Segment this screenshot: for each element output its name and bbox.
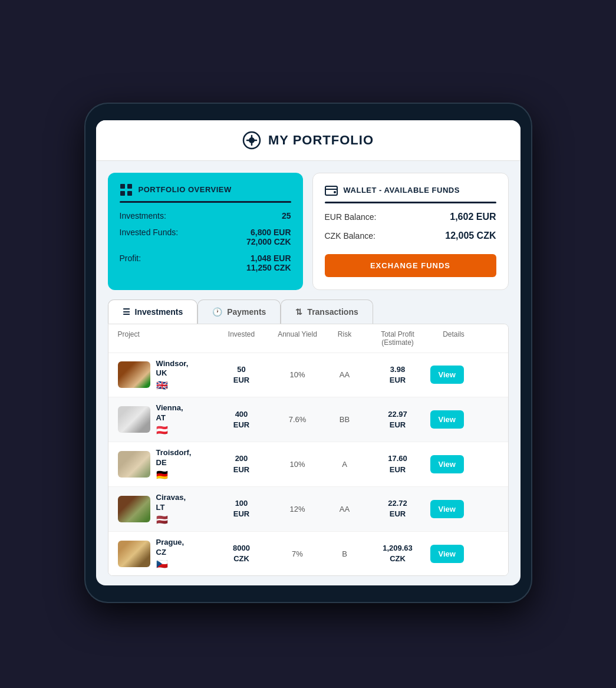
project-cell-vienna: Vienna,AT 🇦🇹 bbox=[118, 403, 212, 436]
risk-troisdorf: A bbox=[324, 460, 365, 469]
view-button-vienna[interactable]: View bbox=[430, 410, 464, 429]
invested-troisdorf: 200EUR bbox=[212, 453, 271, 475]
wallet-card-title: WALLET - AVAILABLE FUNDS bbox=[344, 186, 460, 195]
view-button-ciravas[interactable]: View bbox=[430, 500, 464, 518]
project-image-troisdorf bbox=[118, 451, 150, 478]
investments-tab-icon: ☰ bbox=[123, 307, 130, 317]
project-info-vienna: Vienna,AT 🇦🇹 bbox=[156, 403, 183, 436]
svg-rect-6 bbox=[325, 186, 337, 195]
svg-rect-3 bbox=[127, 184, 132, 189]
exchange-funds-button[interactable]: EXCHANGE FUNDS bbox=[325, 254, 496, 277]
yield-vienna: 7.6% bbox=[271, 415, 324, 424]
logo-icon bbox=[242, 131, 261, 150]
tabs-row: ☰ Investments 🕐 Payments ⇅ Transactions bbox=[96, 299, 521, 324]
tab-transactions[interactable]: ⇅ Transactions bbox=[281, 299, 373, 324]
portfolio-card-title: PORTFOLIO OVERVIEW bbox=[139, 185, 232, 194]
invested-funds-label: Invested Funds: bbox=[120, 228, 179, 246]
details-ciravas: View bbox=[430, 500, 477, 518]
profit-row: Profit: 1,048 EUR 11,250 CZK bbox=[120, 254, 291, 272]
risk-vienna: BB bbox=[324, 415, 365, 424]
details-troisdorf: View bbox=[430, 455, 477, 473]
view-button-troisdorf[interactable]: View bbox=[430, 455, 464, 473]
details-vienna: View bbox=[430, 410, 477, 429]
details-prague: View bbox=[430, 545, 477, 563]
risk-prague: B bbox=[324, 549, 365, 558]
portfolio-divider bbox=[120, 201, 291, 203]
transactions-tab-icon: ⇅ bbox=[295, 307, 302, 317]
profit-windsor: 3.98EUR bbox=[365, 364, 430, 386]
invested-prague: 8000CZK bbox=[212, 543, 271, 564]
project-cell-troisdorf: Troisdorf,DE 🇩🇪 bbox=[118, 448, 212, 480]
risk-ciravas: AA bbox=[324, 505, 365, 513]
project-image-ciravas bbox=[118, 496, 150, 522]
view-button-windsor[interactable]: View bbox=[430, 366, 464, 384]
invested-windsor: 50EUR bbox=[212, 364, 271, 386]
investments-value: 25 bbox=[282, 211, 291, 220]
table-row: Windsor,UK 🇬🇧 50EUR 10% AA 3.98EUR View bbox=[108, 353, 508, 398]
invested-ciravas: 100EUR bbox=[212, 498, 271, 519]
table-row: Prague,CZ 🇨🇿 8000CZK 7% B 1,209.63CZK Vi… bbox=[108, 532, 508, 576]
eur-balance-label: EUR Balance: bbox=[325, 212, 377, 222]
project-image-windsor bbox=[118, 361, 150, 388]
table-header: Project Invested Annual Yield Risk Total… bbox=[108, 324, 508, 353]
project-cell-prague: Prague,CZ 🇨🇿 bbox=[118, 538, 212, 570]
wallet-divider bbox=[325, 202, 496, 203]
invested-funds-value: 6,800 EUR 72,000 CZK bbox=[246, 228, 291, 246]
tablet-wrapper: MY PORTFOLIO PORTFOLIO OVERVIEW bbox=[84, 103, 532, 604]
eur-balance-value: 1,602 EUR bbox=[450, 212, 496, 222]
invested-vienna: 400EUR bbox=[212, 409, 271, 430]
page-title: MY PORTFOLIO bbox=[268, 133, 374, 148]
tablet-screen: MY PORTFOLIO PORTFOLIO OVERVIEW bbox=[96, 120, 521, 586]
yield-prague: 7% bbox=[271, 549, 324, 558]
svg-rect-5 bbox=[127, 191, 132, 196]
wallet-icon bbox=[325, 184, 338, 197]
risk-windsor: AA bbox=[324, 370, 365, 379]
svg-rect-4 bbox=[120, 191, 125, 196]
profit-value: 1,048 EUR 11,250 CZK bbox=[246, 254, 291, 272]
profit-label: Profit: bbox=[120, 254, 141, 272]
profit-troisdorf: 17.60EUR bbox=[365, 453, 430, 475]
czk-balance-value: 12,005 CZK bbox=[445, 231, 496, 241]
eur-balance-row: EUR Balance: 1,602 EUR bbox=[325, 212, 496, 222]
project-name-windsor: Windsor,UK bbox=[156, 359, 189, 379]
portfolio-overview-card: PORTFOLIO OVERVIEW Investments: 25 Inves… bbox=[108, 173, 303, 290]
table-row: Vienna,AT 🇦🇹 400EUR 7.6% BB 22.97EUR Vie… bbox=[108, 397, 508, 442]
profit-vienna: 22.97EUR bbox=[365, 409, 430, 430]
col-project: Project bbox=[118, 330, 212, 347]
tab-investments[interactable]: ☰ Investments bbox=[108, 299, 198, 324]
table-row: Troisdorf,DE 🇩🇪 200EUR 10% A 17.60EUR Vi… bbox=[108, 442, 508, 487]
investments-table: Project Invested Annual Yield Risk Total… bbox=[108, 324, 509, 577]
investments-row: Investments: 25 bbox=[120, 211, 291, 220]
project-flag-prague: 🇨🇿 bbox=[156, 558, 185, 570]
cards-row: PORTFOLIO OVERVIEW Investments: 25 Inves… bbox=[96, 161, 521, 299]
svg-rect-2 bbox=[120, 184, 125, 189]
profit-ciravas: 22.72EUR bbox=[365, 498, 430, 519]
col-invested: Invested bbox=[212, 330, 271, 347]
transactions-tab-label: Transactions bbox=[307, 307, 358, 317]
svg-point-1 bbox=[249, 137, 255, 143]
project-cell-windsor: Windsor,UK 🇬🇧 bbox=[118, 359, 212, 391]
col-total-profit: Total Profit(Estimate) bbox=[365, 330, 430, 347]
svg-point-7 bbox=[334, 191, 336, 193]
tab-payments[interactable]: 🕐 Payments bbox=[197, 299, 281, 324]
tablet-frame: MY PORTFOLIO PORTFOLIO OVERVIEW bbox=[84, 103, 532, 604]
investments-tab-label: Investments bbox=[135, 307, 183, 317]
project-info-troisdorf: Troisdorf,DE 🇩🇪 bbox=[156, 448, 192, 480]
project-info-windsor: Windsor,UK 🇬🇧 bbox=[156, 359, 189, 391]
project-flag-windsor: 🇬🇧 bbox=[156, 380, 189, 391]
project-info-ciravas: Ciravas,LT 🇱🇻 bbox=[156, 493, 186, 525]
yield-ciravas: 12% bbox=[271, 505, 324, 513]
table-row: Ciravas,LT 🇱🇻 100EUR 12% AA 22.72EUR Vie… bbox=[108, 487, 508, 532]
payments-tab-icon: 🕐 bbox=[212, 307, 222, 317]
portfolio-card-header: PORTFOLIO OVERVIEW bbox=[120, 183, 291, 196]
yield-troisdorf: 10% bbox=[271, 460, 324, 469]
col-annual-yield: Annual Yield bbox=[271, 330, 324, 347]
project-image-vienna bbox=[118, 406, 150, 433]
view-button-prague[interactable]: View bbox=[430, 545, 464, 563]
wallet-card-header: WALLET - AVAILABLE FUNDS bbox=[325, 184, 496, 197]
project-name-prague: Prague,CZ bbox=[156, 538, 185, 558]
investments-label: Investments: bbox=[120, 211, 166, 220]
project-flag-troisdorf: 🇩🇪 bbox=[156, 469, 192, 480]
payments-tab-label: Payments bbox=[227, 307, 266, 317]
project-image-prague bbox=[118, 541, 150, 567]
